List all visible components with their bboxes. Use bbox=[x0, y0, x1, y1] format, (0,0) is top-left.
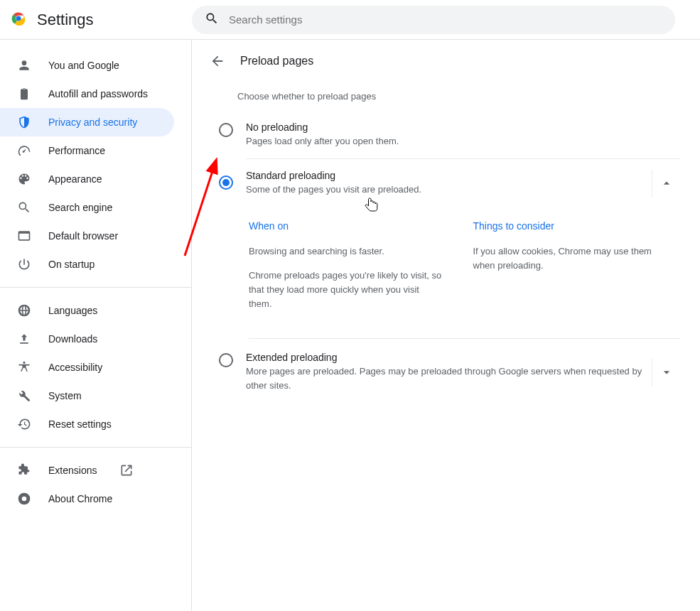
power-icon bbox=[17, 257, 31, 271]
sidebar-item-label: You and Google bbox=[48, 60, 119, 71]
details-col-title: Things to consider bbox=[473, 220, 669, 232]
open-in-new-icon bbox=[119, 463, 134, 477]
sidebar-item-accessibility[interactable]: Accessibility bbox=[0, 353, 174, 382]
details-col-consider: Things to consider If you allow cookies,… bbox=[473, 220, 669, 322]
shield-icon bbox=[17, 115, 31, 129]
standard-details-panel: When on Browsing and searching is faster… bbox=[249, 207, 680, 340]
collapse-button[interactable] bbox=[652, 169, 680, 198]
sidebar-item-downloads[interactable]: Downloads bbox=[0, 325, 174, 353]
sidebar-item-label: Extensions bbox=[48, 465, 97, 476]
svg-point-1 bbox=[16, 16, 21, 21]
sidebar-item-label: On startup bbox=[48, 259, 95, 270]
radio-option-standard-preloading[interactable]: Standard preloading Some of the pages yo… bbox=[215, 158, 680, 207]
header-logo-group: Settings bbox=[11, 11, 192, 29]
sidebar-item-extensions[interactable]: Extensions bbox=[0, 456, 174, 485]
sidebar-item-search-engine[interactable]: Search engine bbox=[0, 193, 174, 222]
chrome-icon bbox=[17, 492, 31, 506]
radio-desc: Some of the pages you visit are preloade… bbox=[246, 183, 652, 197]
preload-radio-group: No preloading Pages load only after you … bbox=[215, 112, 680, 402]
page-title: Preload pages bbox=[240, 55, 313, 67]
details-col-title: When on bbox=[249, 220, 445, 232]
sidebar-item-reset[interactable]: Reset settings bbox=[0, 410, 174, 438]
radio-desc: More pages are preloaded. Pages may be p… bbox=[246, 364, 652, 392]
app-title: Settings bbox=[37, 11, 94, 29]
sidebar-item-default-browser[interactable]: Default browser bbox=[0, 222, 174, 250]
extension-icon bbox=[17, 463, 31, 477]
radio-desc: Pages load only after you open them. bbox=[246, 134, 680, 148]
details-col-when-on: When on Browsing and searching is faster… bbox=[249, 220, 445, 322]
sidebar-item-label: Appearance bbox=[48, 173, 102, 185]
speedometer-icon bbox=[17, 144, 31, 158]
chrome-logo-icon bbox=[11, 11, 26, 28]
radio-icon bbox=[219, 123, 233, 137]
sidebar-advanced-section: Languages Downloads Accessibility System… bbox=[0, 287, 191, 447]
radio-icon bbox=[219, 353, 233, 367]
download-icon bbox=[17, 332, 31, 346]
globe-icon bbox=[17, 303, 31, 318]
app-header: Settings bbox=[0, 0, 700, 40]
sidebar-item-label: Languages bbox=[48, 305, 97, 316]
radio-title: No preloading bbox=[246, 121, 680, 133]
content-pane: Preload pages Choose whether to preload … bbox=[192, 40, 700, 611]
sidebar-item-label: System bbox=[48, 390, 82, 401]
search-icon bbox=[17, 200, 31, 215]
sidebar-item-label: About Chrome bbox=[48, 493, 112, 504]
sidebar-item-label: Performance bbox=[48, 145, 105, 156]
sidebar-item-label: Downloads bbox=[48, 333, 97, 345]
browser-icon bbox=[17, 229, 31, 243]
restore-icon bbox=[17, 417, 31, 431]
radio-option-extended-preloading[interactable]: Extended preloading More pages are prelo… bbox=[215, 339, 680, 402]
sidebar-item-about[interactable]: About Chrome bbox=[0, 485, 174, 513]
sidebar-item-system[interactable]: System bbox=[0, 382, 174, 410]
search-input[interactable] bbox=[229, 13, 662, 26]
sidebar-item-label: Default browser bbox=[48, 230, 118, 242]
search-wrap bbox=[192, 6, 675, 34]
sidebar-item-autofill[interactable]: Autofill and passwords bbox=[0, 80, 174, 108]
section-subhead: Choose whether to preload pages bbox=[237, 91, 680, 102]
details-text: Chrome preloads pages you're likely to v… bbox=[249, 269, 445, 311]
wrench-icon bbox=[17, 389, 31, 403]
clipboard-icon bbox=[17, 87, 31, 101]
sidebar-item-privacy[interactable]: Privacy and security bbox=[0, 108, 174, 136]
details-text: If you allow cookies, Chrome may use the… bbox=[473, 244, 669, 273]
expand-button[interactable] bbox=[652, 358, 680, 386]
sidebar-item-label: Reset settings bbox=[48, 418, 112, 430]
details-text: Browsing and searching is faster. bbox=[249, 244, 445, 259]
page-header: Preload pages bbox=[206, 53, 680, 70]
radio-title: Standard preloading bbox=[246, 170, 652, 181]
palette-icon bbox=[17, 172, 31, 186]
search-box[interactable] bbox=[192, 6, 675, 34]
sidebar-item-label: Search engine bbox=[48, 202, 112, 213]
search-icon bbox=[205, 11, 219, 28]
sidebar-main-section: You and Google Autofill and passwords Pr… bbox=[0, 51, 191, 287]
svg-point-3 bbox=[22, 497, 27, 502]
radio-option-no-preloading[interactable]: No preloading Pages load only after you … bbox=[215, 112, 680, 158]
sidebar-item-label: Autofill and passwords bbox=[48, 88, 148, 99]
sidebar: You and Google Autofill and passwords Pr… bbox=[0, 40, 192, 611]
radio-title: Extended preloading bbox=[246, 352, 652, 363]
sidebar-item-you-and-google[interactable]: You and Google bbox=[0, 51, 174, 80]
accessibility-icon bbox=[17, 360, 31, 374]
person-icon bbox=[17, 58, 31, 72]
radio-icon-selected bbox=[219, 175, 233, 190]
sidebar-item-languages[interactable]: Languages bbox=[0, 296, 174, 325]
back-button[interactable] bbox=[209, 53, 226, 70]
sidebar-item-on-startup[interactable]: On startup bbox=[0, 250, 174, 279]
sidebar-item-appearance[interactable]: Appearance bbox=[0, 165, 174, 193]
sidebar-item-label: Accessibility bbox=[48, 362, 102, 373]
sidebar-footer-section: Extensions About Chrome bbox=[0, 447, 191, 521]
sidebar-item-label: Privacy and security bbox=[48, 117, 137, 128]
sidebar-item-performance[interactable]: Performance bbox=[0, 136, 174, 165]
